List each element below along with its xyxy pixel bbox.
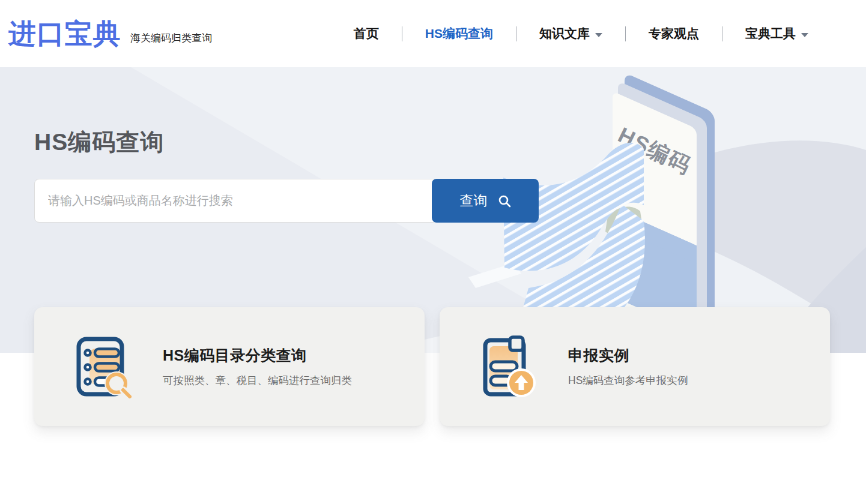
nav-item-toolbox[interactable]: 宝典工具 <box>745 25 808 42</box>
site-tagline: 海关编码归类查询 <box>130 23 212 45</box>
nav-item-hs-code-search[interactable]: HS编码查询 <box>425 25 493 42</box>
declaration-upload-icon <box>473 333 540 400</box>
search-bar: 查询 <box>34 179 539 223</box>
site-header: 进口宝典 海关编码归类查询 首页 HS编码查询 知识文库 专家观点 宝典工具 <box>0 0 866 67</box>
card-description: 可按照类、章、税目、编码进行查询归类 <box>163 373 352 388</box>
nav-divider <box>722 26 722 41</box>
chevron-down-icon <box>595 33 602 37</box>
nav-divider <box>402 26 402 41</box>
nav-divider <box>625 26 626 41</box>
search-button-label: 查询 <box>460 191 488 210</box>
search-input[interactable] <box>34 179 434 223</box>
search-button[interactable]: 查询 <box>432 179 539 223</box>
nav-item-label: 知识文库 <box>539 25 590 42</box>
nav-item-label: 专家观点 <box>649 25 699 42</box>
card-hs-catalog[interactable]: HS编码目录分类查询 可按照类、章、税目、编码进行查询归类 <box>34 307 425 426</box>
nav-item-home[interactable]: 首页 <box>354 25 379 42</box>
main-nav: 首页 HS编码查询 知识文库 专家观点 宝典工具 <box>331 25 831 42</box>
card-title: 申报实例 <box>568 346 688 365</box>
feature-cards: HS编码目录分类查询 可按照类、章、税目、编码进行查询归类 申报实例 HS编码查… <box>34 307 830 426</box>
magnifier-icon <box>498 194 511 208</box>
catalog-search-icon <box>68 333 135 400</box>
nav-divider <box>516 26 516 41</box>
nav-item-expert-views[interactable]: 专家观点 <box>649 25 699 42</box>
hero-title: HS编码查询 <box>34 67 866 158</box>
card-declaration-examples[interactable]: 申报实例 HS编码查询参考申报实例 <box>440 307 830 426</box>
hero-content: HS编码查询 查询 <box>0 67 866 223</box>
nav-item-label: 首页 <box>354 25 379 42</box>
card-title: HS编码目录分类查询 <box>163 346 352 365</box>
nav-item-knowledge-library[interactable]: 知识文库 <box>539 25 602 42</box>
chevron-down-icon <box>801 33 808 37</box>
nav-item-label: HS编码查询 <box>425 25 493 42</box>
logo[interactable]: 进口宝典 <box>8 20 121 47</box>
card-text: HS编码目录分类查询 可按照类、章、税目、编码进行查询归类 <box>163 346 352 388</box>
card-text: 申报实例 HS编码查询参考申报实例 <box>568 346 688 388</box>
nav-item-label: 宝典工具 <box>745 25 796 42</box>
page: 进口宝典 海关编码归类查询 首页 HS编码查询 知识文库 专家观点 宝典工具 <box>0 0 866 504</box>
card-description: HS编码查询参考申报实例 <box>568 373 688 388</box>
